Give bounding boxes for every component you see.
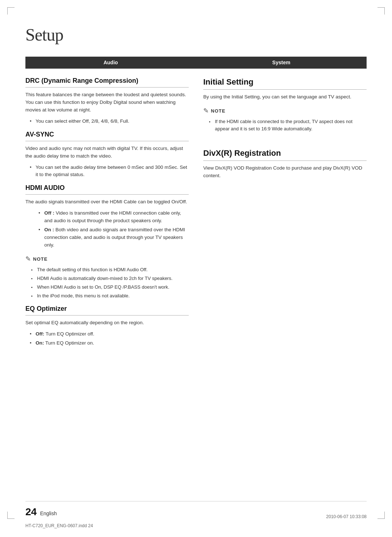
drc-body: This feature balances the range between … — [25, 91, 189, 114]
initial-setting-section: Initial Setting By using the Initial Set… — [203, 76, 367, 133]
corner-mark-bl — [7, 512, 15, 519]
hdmi-note-3: When HDMI Audio is set to On, DSP EQ /P.… — [31, 284, 189, 291]
eq-optimizer-bullets: Off: Turn EQ Optimizer off. On: Turn EQ … — [25, 330, 189, 347]
corner-mark-br — [377, 512, 385, 519]
hdmi-audio-bullet-on: On : Both video and audio signals are tr… — [40, 226, 189, 249]
hdmi-audio-bullet-off: Off : Video is transmitted over the HDMI… — [40, 209, 189, 225]
page: Setup Audio System DRC (Dynamic Range Co… — [0, 0, 392, 537]
divxr-section: DivX(R) Registration View DivX(R) VOD Re… — [203, 147, 367, 180]
page-number: 24 — [25, 506, 37, 517]
note-label: NOTE — [33, 256, 48, 263]
two-column-layout: DRC (Dynamic Range Compression) This fea… — [25, 76, 367, 351]
initial-setting-heading: Initial Setting — [203, 76, 367, 90]
hdmi-audio-note-section: ✎ NOTE The default setting of this funct… — [25, 254, 189, 300]
page-title: Setup — [25, 22, 367, 48]
eq-on-text: Turn EQ Optimizer on. — [45, 340, 94, 346]
eq-off-text: Turn EQ Optimizer off. — [46, 331, 94, 337]
footer: 24 English HT-C720_EUR_ENG-0607.indd 24 … — [25, 501, 367, 529]
av-sync-bullets: You can set the audio delay time between… — [25, 164, 189, 179]
column-headers: Audio System — [25, 57, 367, 69]
drc-bullets: You can select either Off, 2/8, 4/8, 6/8… — [25, 118, 189, 125]
initial-note-label: NOTE — [211, 107, 225, 115]
divxr-heading: DivX(R) Registration — [203, 147, 367, 161]
initial-setting-note-1: If the HDMI cable is connected to the pr… — [209, 118, 367, 133]
av-sync-section: AV-SYNC Video and audio sync may not mat… — [25, 130, 189, 179]
hdmi-note-4: In the iPod mode, this menu is not avail… — [31, 292, 189, 300]
hdmi-note-2: HDMI Audio is automatically down-mixed t… — [31, 275, 189, 282]
eq-on-bullet: On: Turn EQ Optimizer on. — [31, 339, 189, 347]
note-icon: ✎ — [25, 254, 31, 264]
hdmi-note-header: ✎ NOTE — [25, 254, 189, 264]
drc-heading: DRC (Dynamic Range Compression) — [25, 76, 189, 88]
audio-column-header: Audio — [25, 57, 196, 69]
eq-on-label: On: — [36, 340, 44, 346]
eq-off-label: Off: — [36, 331, 44, 337]
footer-left: 24 English HT-C720_EUR_ENG-0607.indd 24 — [25, 504, 93, 529]
left-column: DRC (Dynamic Range Compression) This fea… — [25, 76, 189, 351]
footer-filename: HT-C720_EUR_ENG-0607.indd 24 — [25, 522, 93, 529]
corner-mark-tr — [377, 7, 385, 15]
hdmi-audio-heading: HDMI AUDIO — [25, 183, 189, 195]
av-sync-heading: AV-SYNC — [25, 130, 189, 141]
system-column-header: System — [196, 57, 367, 69]
hdmi-off-text: Video is transmitted over the HDMI conne… — [44, 210, 181, 223]
hdmi-off-label: Off : — [44, 210, 54, 216]
hdmi-on-text: Both video and audio signals are transmi… — [44, 227, 185, 248]
eq-optimizer-heading: EQ Optimizer — [25, 304, 189, 316]
initial-setting-note-list: If the HDMI cable is connected to the pr… — [203, 118, 367, 133]
corner-mark-tl — [7, 7, 15, 15]
drc-bullet-1: You can select either Off, 2/8, 4/8, 6/8… — [31, 118, 189, 125]
initial-note-icon: ✎ — [203, 106, 209, 116]
initial-setting-note-section: ✎ NOTE If the HDMI cable is connected to… — [203, 106, 367, 133]
av-sync-bullet-1: You can set the audio delay time between… — [31, 164, 189, 179]
hdmi-note-1: The default setting of this function is … — [31, 266, 189, 273]
drc-section: DRC (Dynamic Range Compression) This fea… — [25, 76, 189, 125]
divxr-body: View DivX(R) VOD Registration Code to pu… — [203, 164, 367, 180]
initial-setting-note-header: ✎ NOTE — [203, 106, 367, 116]
footer-timestamp: 2010-06-07 10:33:08 — [326, 513, 367, 520]
eq-off-bullet: Off: Turn EQ Optimizer off. — [31, 330, 189, 338]
eq-optimizer-body: Set optimal EQ automatically depending o… — [25, 319, 189, 327]
hdmi-audio-bullets: Off : Video is transmitted over the HDMI… — [25, 209, 189, 249]
hdmi-note-list: The default setting of this function is … — [25, 266, 189, 300]
hdmi-on-label: On : — [44, 227, 54, 232]
page-suffix: English — [40, 510, 57, 516]
page-number-line: 24 English — [25, 504, 93, 520]
right-column: Initial Setting By using the Initial Set… — [203, 76, 367, 351]
hdmi-audio-section: HDMI AUDIO The audio signals transmitted… — [25, 183, 189, 300]
initial-setting-body: By using the Initial Setting, you can se… — [203, 93, 367, 101]
eq-optimizer-section: EQ Optimizer Set optimal EQ automaticall… — [25, 304, 189, 347]
av-sync-body: Video and audio sync may not match with … — [25, 145, 189, 160]
hdmi-audio-body: The audio signals transmitted over the H… — [25, 198, 189, 206]
